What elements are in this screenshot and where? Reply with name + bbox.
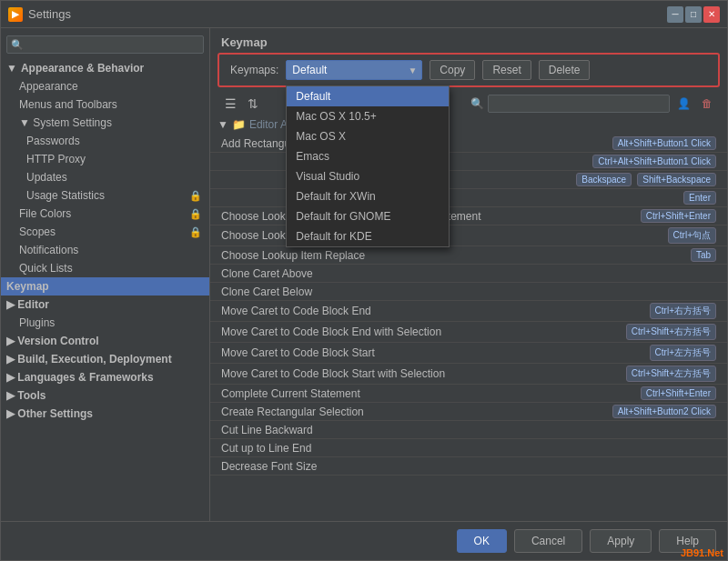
sidebar-item-quick-lists[interactable]: Quick Lists: [1, 259, 209, 277]
table-row[interactable]: Move Caret to Code Block Start Ctrl+左方括号: [210, 343, 727, 364]
sidebar-item-keymap[interactable]: Keymap: [1, 277, 209, 296]
title-bar: ▶ Settings ─ □ ✕: [1, 1, 727, 28]
sidebar-item-menus-toolbars[interactable]: Menus and Toolbars: [1, 95, 209, 114]
dropdown-item-macosx-105[interactable]: Mac OS X 10.5+: [287, 106, 449, 126]
dropdown-item-visual-studio[interactable]: Visual Studio: [287, 166, 449, 186]
dropdown-item-default[interactable]: Default: [287, 86, 449, 106]
sidebar-item-languages-frameworks[interactable]: ▶ Languages & Frameworks: [1, 368, 209, 386]
main-area: Keymap Keymaps: Default ▼ Default Mac OS…: [210, 28, 727, 521]
usage-stats-icon: 🔒: [189, 190, 202, 202]
sidebar-item-file-colors[interactable]: File Colors 🔒: [1, 205, 209, 223]
sidebar-item-usage-statistics[interactable]: Usage Statistics 🔒: [1, 186, 209, 205]
keymap-select-wrapper: Default ▼ Default Mac OS X 10.5+ Mac OS …: [286, 60, 422, 80]
table-row[interactable]: Clone Caret Above: [210, 265, 727, 283]
sidebar-item-plugins[interactable]: Plugins: [1, 314, 209, 332]
actions-search-input[interactable]: [488, 95, 670, 113]
table-row[interactable]: Move Caret to Code Block End Ctrl+右方括号: [210, 301, 727, 322]
dropdown-item-macosx[interactable]: Mac OS X: [287, 126, 449, 146]
scopes-icon: 🔒: [189, 226, 202, 238]
apply-button[interactable]: Apply: [590, 529, 652, 553]
search-shortcut-icon: 🔍: [470, 97, 484, 110]
sort-button[interactable]: ⇅: [244, 95, 262, 113]
app-icon: ▶: [8, 7, 23, 22]
sidebar-item-tools[interactable]: ▶ Tools: [1, 386, 209, 405]
keymap-dropdown: Default Mac OS X 10.5+ Mac OS X Emacs Vi…: [286, 85, 450, 247]
table-row[interactable]: Complete Current Statement Ctrl+Shift+En…: [210, 385, 727, 403]
sidebar-item-passwords[interactable]: Passwords: [1, 132, 209, 150]
table-row[interactable]: Move Caret to Code Block End with Select…: [210, 322, 727, 343]
table-row[interactable]: Cut Line Backward: [210, 421, 727, 439]
sidebar-item-appearance-behavior[interactable]: ▼ Appearance & Behavior: [1, 59, 209, 77]
sidebar-item-other-settings[interactable]: ▶ Other Settings: [1, 405, 209, 423]
keymaps-label: Keymaps:: [230, 64, 278, 76]
sidebar-item-appearance[interactable]: Appearance: [1, 77, 209, 95]
close-button[interactable]: ✕: [703, 6, 720, 23]
dropdown-item-default-gnome[interactable]: Default for GNOME: [287, 206, 449, 226]
file-colors-icon: 🔒: [189, 208, 202, 220]
content-area: 🔍 ▼ Appearance & Behavior Appearance Men…: [1, 28, 727, 521]
table-row[interactable]: Move Caret to Code Block Start with Sele…: [210, 364, 727, 385]
sidebar-item-updates[interactable]: Updates: [1, 168, 209, 186]
sidebar-item-http-proxy[interactable]: HTTP Proxy: [1, 150, 209, 168]
sidebar-search-box[interactable]: 🔍: [6, 35, 204, 54]
ok-button[interactable]: OK: [457, 529, 507, 553]
add-action-button[interactable]: ☰: [221, 95, 240, 113]
keymap-controls: Keymaps: Default ▼ Default Mac OS X 10.5…: [217, 53, 720, 87]
sidebar-item-editor[interactable]: ▶ Editor: [1, 296, 209, 314]
search-right: 🔍 👤 🗑: [470, 95, 716, 113]
table-row[interactable]: Create Rectangular Selection Alt+Shift+B…: [210, 403, 727, 421]
settings-window: ▶ Settings ─ □ ✕ 🔍 ▼ Appearance & Behavi…: [0, 0, 728, 561]
sidebar-item-system-settings[interactable]: ▼ System Settings: [1, 114, 209, 132]
search-icon: 🔍: [11, 39, 24, 51]
table-row[interactable]: Decrease Font Size: [210, 457, 727, 476]
sidebar-item-scopes[interactable]: Scopes 🔒: [1, 223, 209, 241]
reset-button[interactable]: Reset: [482, 60, 531, 80]
dropdown-item-default-xwin[interactable]: Default for XWin: [287, 186, 449, 206]
keymap-title: Keymap: [210, 28, 727, 53]
table-row[interactable]: Clone Caret Below: [210, 283, 727, 301]
dropdown-item-default-kde[interactable]: Default for KDE: [287, 226, 449, 246]
keymap-select-display[interactable]: Default: [286, 60, 422, 80]
expand-icon: ▼: [217, 118, 228, 131]
sidebar-item-notifications[interactable]: Notifications: [1, 241, 209, 259]
delete-shortcut-icon[interactable]: 🗑: [698, 95, 716, 112]
triangle-icon: ▼: [6, 62, 17, 75]
table-row[interactable]: Choose Lookup Item Replace Tab: [210, 246, 727, 265]
delete-button[interactable]: Delete: [539, 60, 591, 80]
sidebar-section: ▼ Appearance & Behavior Appearance Menus…: [1, 57, 209, 425]
sidebar-search-input[interactable]: [27, 38, 199, 51]
sidebar: 🔍 ▼ Appearance & Behavior Appearance Men…: [1, 28, 210, 521]
watermark: JB91.Net: [681, 547, 723, 558]
dropdown-item-emacs[interactable]: Emacs: [287, 146, 449, 166]
minimize-button[interactable]: ─: [667, 6, 683, 23]
table-row[interactable]: Cut up to Line End: [210, 439, 727, 457]
title-bar-controls: ─ □ ✕: [667, 6, 720, 23]
folder-icon: 📁: [232, 118, 246, 131]
cancel-button[interactable]: Cancel: [514, 529, 582, 553]
window-title: Settings: [28, 7, 71, 21]
copy-button[interactable]: Copy: [430, 60, 475, 80]
bottom-bar: OK Cancel Apply Help JB91.Net: [1, 521, 727, 560]
sidebar-item-version-control[interactable]: ▶ Version Control: [1, 332, 209, 350]
title-bar-left: ▶ Settings: [8, 7, 71, 22]
user-icon[interactable]: 👤: [673, 95, 694, 112]
sidebar-item-build-exec-deploy[interactable]: ▶ Build, Execution, Deployment: [1, 350, 209, 368]
maximize-button[interactable]: □: [685, 6, 702, 23]
